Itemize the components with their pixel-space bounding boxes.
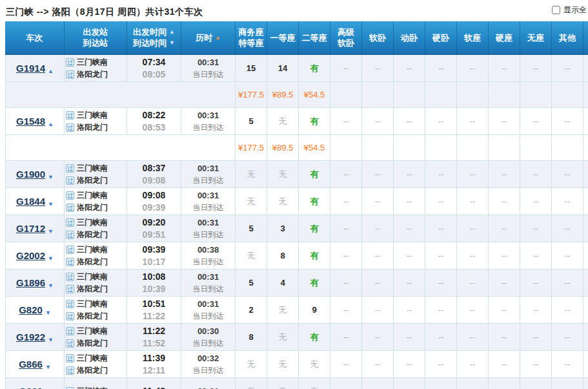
column-header-seat: 一等座: [267, 21, 299, 54]
train-cell: G1896 ▼: [5, 269, 65, 296]
arrival-time: 08:05: [143, 68, 166, 81]
arrival-time: 10:39: [143, 283, 166, 295]
arrival-time: 09:51: [143, 229, 166, 241]
train-cell: G662 ▼: [5, 378, 65, 389]
train-link[interactable]: G866: [19, 359, 43, 370]
seat-availability-cell: --: [552, 55, 583, 81]
train-row: G2002 ▼ 过三门峡南过洛阳龙门 09:39 10:17 00:38 当日到…: [5, 242, 588, 269]
column-header-stations: 出发站 到达站: [65, 21, 127, 54]
column-header-seat: 硬座: [489, 21, 520, 54]
train-link[interactable]: G1922: [16, 331, 45, 342]
train-cell: G1914 ▲: [5, 55, 65, 81]
seat-availability-cell: --: [362, 378, 394, 389]
show-all-checkbox[interactable]: [552, 6, 560, 14]
seat-availability-cell: --: [330, 108, 362, 134]
train-cell: G866 ▼: [5, 351, 65, 377]
times-cell: 10:08 10:39: [127, 269, 181, 296]
train-link[interactable]: G1712: [16, 223, 45, 234]
seat-availability-cell: --: [457, 108, 489, 134]
train-link[interactable]: G1844: [16, 196, 45, 207]
arrival-time: 10:17: [143, 256, 166, 268]
expand-toggle-icon[interactable]: ▼: [48, 282, 54, 289]
train-link[interactable]: G1914: [16, 63, 45, 74]
expand-toggle-icon[interactable]: ▼: [48, 201, 54, 207]
seat-availability-cell: --: [394, 161, 425, 187]
seat-availability-cell: --: [394, 351, 425, 377]
expand-toggle-icon[interactable]: ▼: [48, 228, 54, 235]
price-cell: [520, 82, 552, 107]
train-link[interactable]: G1900: [16, 169, 45, 180]
station-name: 三门峡南: [77, 216, 108, 229]
arrival-time: 12:11: [143, 364, 165, 377]
price-cell: [520, 135, 552, 160]
seat-availability-cell: --: [457, 242, 489, 269]
train-cell: G1844 ▼: [5, 188, 65, 215]
station-name: 洛阳龙门: [77, 364, 108, 377]
column-header-duration-sort[interactable]: 历时▲: [181, 21, 236, 54]
seat-availability-cell: --: [520, 297, 552, 323]
price-cell: [362, 135, 394, 160]
seat-availability-cell: --: [425, 161, 457, 187]
train-link[interactable]: G662: [19, 386, 43, 389]
train-row: G1548 ▲ 过三门峡南过洛阳龙门 08:22 08:53 00:31 当日到…: [5, 108, 588, 135]
expand-toggle-icon[interactable]: ▲: [48, 68, 54, 74]
expand-toggle-icon[interactable]: ▼: [48, 174, 54, 180]
pass-station-tag-icon: 过: [66, 285, 74, 293]
price-row: ¥177.5¥89.5¥54.5: [5, 82, 588, 108]
seat-availability-cell: 5: [236, 215, 267, 242]
price-cell: ¥89.5: [267, 135, 299, 160]
expand-toggle-icon[interactable]: ▼: [48, 255, 54, 262]
expand-toggle-icon[interactable]: ▲: [48, 121, 54, 127]
seat-availability-cell: --: [520, 55, 552, 81]
seat-availability-cell: --: [520, 188, 552, 215]
duration-cell: 00:32 当日到达: [181, 351, 236, 377]
sort-active-icon[interactable]: ▲: [215, 32, 221, 43]
arrival-time: 08:53: [143, 121, 166, 134]
station-name: 三门峡南: [77, 385, 108, 389]
seat-availability-cell: --: [520, 215, 552, 242]
expand-toggle-icon[interactable]: ▼: [45, 310, 51, 316]
column-header-times-sort[interactable]: 出发时间▲ 到达时间▼: [127, 21, 181, 54]
times-cell: 09:08 09:39: [127, 188, 181, 215]
train-link[interactable]: G1548: [16, 116, 45, 127]
seat-availability-cell: 3: [267, 215, 299, 242]
seat-availability-cell: --: [457, 215, 489, 242]
extra-cell: [583, 161, 588, 187]
expand-toggle-icon[interactable]: ▼: [48, 337, 54, 343]
arrive-note: 当日到达: [193, 229, 224, 240]
duration-cell: 00:31 当日到达: [181, 297, 236, 323]
extra-cell: [583, 215, 588, 242]
price-cell: [330, 82, 362, 107]
price-cell: [489, 82, 520, 107]
seat-availability-cell: --: [362, 242, 394, 269]
seat-availability-cell: --: [425, 297, 457, 323]
seat-availability-cell: --: [552, 269, 583, 296]
column-header-seat: 商务座特等座: [236, 21, 267, 54]
sort-asc-icon[interactable]: ▲: [169, 26, 175, 37]
duration: 00:32: [198, 352, 219, 364]
price-cell: ¥177.5: [236, 135, 267, 160]
seat-availability-cell: 无: [236, 351, 267, 377]
seat-availability-cell: --: [394, 108, 425, 134]
price-cell: [362, 82, 394, 107]
seat-availability-cell: --: [362, 161, 394, 187]
duration: 00:31: [198, 298, 219, 310]
train-link[interactable]: G1896: [16, 277, 45, 288]
duration: 00:30: [198, 325, 219, 337]
seat-availability-cell: 4: [267, 269, 299, 296]
station-name: 洛阳龙门: [77, 68, 108, 81]
seat-availability-cell: --: [394, 188, 425, 215]
seat-availability-cell: 有: [299, 269, 330, 296]
sort-desc-icon[interactable]: ▼: [169, 37, 175, 48]
table-body: G1914 ▲ 过三门峡南过洛阳龙门 07:34 08:05 00:31 当日到…: [5, 55, 588, 389]
seat-availability-cell: --: [489, 108, 520, 134]
seat-availability-cell: --: [520, 269, 552, 296]
seat-availability-cell: --: [520, 242, 552, 269]
train-row: G1922 ▼ 过三门峡南过洛阳龙门 11:22 11:52 00:30 当日到…: [5, 324, 588, 351]
train-link[interactable]: G820: [19, 304, 43, 315]
train-link[interactable]: G2002: [16, 250, 45, 261]
expand-toggle-icon[interactable]: ▼: [45, 364, 51, 370]
station-name: 三门峡南: [77, 352, 108, 364]
seat-availability-cell: --: [457, 161, 489, 187]
stations-cell: 过三门峡南过洛阳龙门: [65, 215, 127, 242]
